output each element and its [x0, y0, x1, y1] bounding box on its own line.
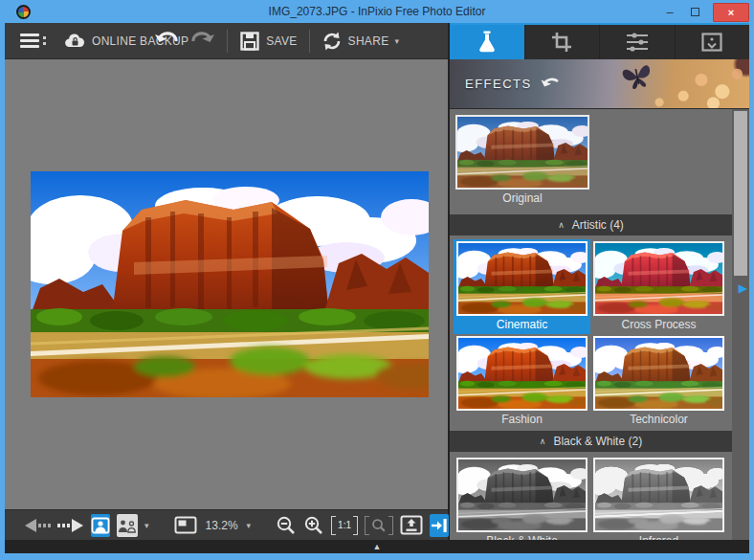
window-content: ONLINE BACKUP — [5, 23, 749, 540]
bottom-toolbar: ▾ 13.2% ▾ — [5, 509, 448, 540]
toolbar-separator — [309, 30, 310, 53]
share-button[interactable]: SHARE ▾ — [322, 31, 399, 52]
panel-expander-icon[interactable]: ▶ — [739, 281, 747, 295]
effect-label: Infrared — [593, 532, 724, 540]
next-image-button[interactable] — [57, 518, 84, 533]
zoom-in-button[interactable] — [303, 515, 324, 536]
next-arrow-icon — [57, 518, 84, 533]
section-header[interactable]: ∧Black & White (2) — [450, 431, 732, 452]
share-icon — [322, 31, 343, 52]
compare-caret-icon[interactable]: ▾ — [144, 521, 149, 530]
toolbar-separator — [227, 30, 228, 53]
effects-list: Original ∧Artistic (4) Cinematic — [450, 109, 749, 540]
zoom-selection-button[interactable] — [365, 516, 393, 535]
effect-item-technicolor[interactable]: Technicolor — [590, 334, 727, 429]
effect-item-infrared[interactable]: Infrared — [590, 456, 727, 540]
bottom-strip: ▲ — [5, 540, 749, 553]
tray-toggle-icon[interactable]: ▲ — [373, 543, 382, 551]
original-label: Original — [455, 190, 589, 207]
zoom-caret-icon[interactable]: ▾ — [247, 521, 252, 530]
effect-label: Cinematic — [456, 316, 588, 332]
butterfly-image — [620, 61, 654, 96]
one-to-one-label: 1:1 — [338, 520, 351, 530]
panel-tabs — [450, 23, 749, 59]
fit-screen-icon — [174, 516, 197, 534]
zoom-level-value: 13.2% — [206, 519, 238, 532]
effect-thumbnail — [593, 458, 724, 532]
actual-size-button[interactable]: 1:1 — [331, 516, 358, 535]
tab-adjustments[interactable] — [600, 25, 676, 59]
photo-preview[interactable] — [31, 171, 429, 397]
export-button[interactable] — [400, 515, 423, 535]
frame-icon — [700, 31, 723, 54]
effect-item-black-white[interactable]: Black & White — [454, 456, 590, 540]
effect-item-cross-process[interactable]: Cross Process — [590, 239, 727, 334]
effect-item-fashion[interactable]: Fashion — [454, 334, 590, 429]
main-column: ONLINE BACKUP — [5, 23, 450, 540]
effect-thumbnail — [593, 241, 724, 316]
zoom-out-button[interactable] — [276, 515, 297, 536]
zoom-out-icon — [276, 515, 297, 536]
effects-grid: Black & White Infrared — [450, 456, 732, 540]
effects-grid: Cinematic Cross Process — [450, 239, 732, 429]
panel-scrollbar[interactable] — [732, 109, 749, 540]
tab-crop[interactable] — [525, 25, 601, 59]
share-caret-icon: ▾ — [394, 36, 399, 46]
menu-dots-icon — [43, 34, 46, 48]
effect-label: Fashion — [456, 411, 588, 427]
compare-view-button[interactable] — [117, 514, 138, 537]
save-label: SAVE — [266, 34, 297, 48]
effect-label: Black & White — [456, 532, 588, 540]
tab-effects[interactable] — [450, 25, 525, 59]
previous-arrow-icon — [24, 518, 51, 533]
titlebar: IMG_2073.JPG - InPixio Free Photo Editor… — [5, 0, 749, 23]
fit-screen-button[interactable] — [174, 516, 197, 534]
compare-view-icon — [117, 517, 138, 534]
cloud-lock-icon — [63, 32, 86, 51]
reset-effects-button[interactable] — [540, 76, 561, 93]
effect-thumbnail — [456, 458, 588, 532]
toggle-panel-button[interactable] — [430, 514, 449, 537]
menu-button[interactable] — [20, 31, 46, 51]
panel-arrow-icon — [430, 517, 449, 534]
undo-button[interactable] — [154, 29, 181, 54]
scrollbar-thumb[interactable] — [734, 111, 747, 276]
section-header[interactable]: ∧Artistic (4) — [450, 214, 732, 235]
redo-button[interactable] — [188, 29, 215, 54]
effect-label: Cross Process — [593, 316, 724, 332]
effects-title: EFFECTS — [465, 77, 532, 91]
share-label: SHARE — [348, 34, 389, 48]
save-icon — [239, 31, 260, 52]
undo-icon — [154, 29, 181, 50]
zoom-selection-icon — [371, 518, 387, 533]
flask-icon — [476, 30, 499, 55]
top-toolbar: ONLINE BACKUP — [5, 23, 448, 59]
effect-label: Technicolor — [593, 411, 724, 427]
effects-header: EFFECTS — [450, 59, 749, 109]
redo-icon — [188, 29, 215, 50]
section-title: Artistic (4) — [572, 218, 624, 232]
effect-thumbnail — [593, 336, 724, 411]
effect-thumbnail — [456, 241, 588, 316]
crop-icon — [550, 31, 573, 54]
single-view-button[interactable] — [91, 514, 110, 537]
collapse-icon: ∧ — [540, 437, 546, 446]
effects-sections: ∧Artistic (4) Cinematic — [450, 214, 732, 540]
effects-panel: EFFECTS — [450, 23, 749, 540]
export-icon — [400, 515, 423, 535]
save-button[interactable]: SAVE — [239, 31, 297, 52]
previous-image-button[interactable] — [24, 518, 51, 533]
effect-thumbnail — [456, 336, 588, 411]
hamburger-icon — [20, 31, 39, 51]
section-title: Black & White (2) — [553, 435, 642, 448]
photo-canvas[interactable] — [5, 59, 448, 509]
original-thumbnail — [455, 115, 589, 190]
reset-arrow-icon — [540, 76, 561, 93]
app-window: IMG_2073.JPG - InPixio Free Photo Editor… — [0, 0, 754, 560]
window-title: IMG_2073.JPG - InPixio Free Photo Editor — [5, 5, 749, 18]
zoom-in-icon — [303, 515, 324, 536]
tab-frames[interactable] — [676, 25, 750, 59]
single-view-icon — [91, 517, 110, 534]
effect-item-cinematic[interactable]: Cinematic — [454, 239, 590, 334]
effect-item-original[interactable]: Original — [455, 115, 589, 207]
